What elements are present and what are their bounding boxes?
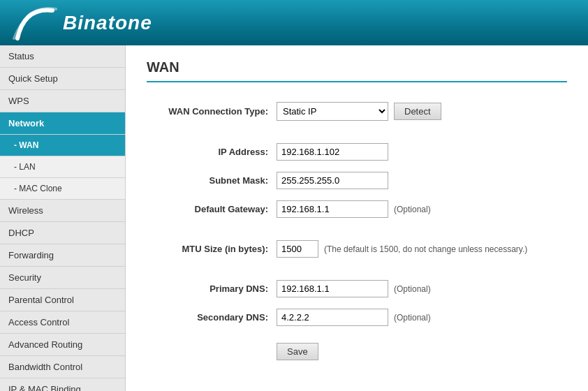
sidebar-item-quick-setup[interactable]: Quick Setup	[0, 68, 125, 90]
sidebar-item-wan[interactable]: - WAN	[0, 135, 125, 156]
logo-text: Binatone	[63, 12, 152, 34]
mtu-size-label: MTU Size (in bytes):	[147, 235, 272, 263]
sidebar-item-parental-control[interactable]: Parental Control	[0, 289, 125, 311]
sidebar-item-dhcp[interactable]: DHCP	[0, 222, 125, 244]
sidebar-item-forwarding[interactable]: Forwarding	[0, 244, 125, 267]
sidebar-item-security[interactable]: Security	[0, 267, 125, 289]
sidebar-item-network[interactable]: Network	[0, 112, 125, 135]
secondary-dns-optional: (Optional)	[394, 313, 431, 323]
secondary-dns-label: Secondary DNS:	[147, 303, 272, 332]
primary-dns-label: Primary DNS:	[147, 274, 272, 303]
primary-dns-row: Primary DNS: (Optional)	[147, 274, 567, 303]
mtu-size-cell: (The default is 1500, do not change unle…	[272, 235, 567, 263]
default-gateway-cell: (Optional)	[272, 195, 567, 223]
mtu-size-row: MTU Size (in bytes): (The default is 150…	[147, 235, 567, 263]
wan-form: WAN Connection Type: Static IPDynamic IP…	[147, 96, 567, 366]
sidebar-item-mac-clone[interactable]: - MAC Clone	[0, 178, 125, 200]
wan-connection-type-cell: Static IPDynamic IPPPPoEPPTPL2TP Detect	[272, 96, 567, 126]
primary-dns-optional: (Optional)	[394, 284, 431, 294]
ip-address-label: IP Address:	[147, 138, 272, 166]
wan-connection-type-label: WAN Connection Type:	[147, 96, 272, 126]
default-gateway-row: Default Gateway: (Optional)	[147, 195, 567, 223]
subnet-mask-input[interactable]	[277, 172, 388, 189]
sidebar-item-bandwidth-control[interactable]: Bandwidth Control	[0, 356, 125, 378]
header: Binatone	[0, 0, 588, 45]
default-gateway-optional: (Optional)	[394, 205, 431, 214]
logo-area: Binatone	[10, 3, 152, 42]
content-area: WAN WAN Connection Type: Static IPDynami…	[126, 45, 588, 391]
primary-dns-input[interactable]	[277, 280, 388, 297]
subnet-mask-label: Subnet Mask:	[147, 166, 272, 195]
save-button[interactable]: Save	[277, 343, 318, 360]
sidebar-item-status[interactable]: Status	[0, 45, 125, 68]
sidebar-item-access-control[interactable]: Access Control	[0, 311, 125, 334]
mtu-note: (The default is 1500, do not change unle…	[324, 244, 527, 254]
ip-address-cell	[272, 138, 567, 166]
sidebar-item-advanced-routing[interactable]: Advanced Routing	[0, 334, 125, 356]
primary-dns-cell: (Optional)	[272, 274, 567, 303]
save-row: Save	[147, 332, 567, 366]
wan-connection-type-select[interactable]: Static IPDynamic IPPPPoEPPTPL2TP	[277, 102, 388, 121]
secondary-dns-input[interactable]	[277, 309, 388, 326]
save-cell: Save	[147, 332, 567, 366]
main-layout: StatusQuick SetupWPSNetwork- WAN- LAN- M…	[0, 45, 588, 391]
page-title: WAN	[147, 59, 567, 82]
mtu-size-input[interactable]	[277, 240, 318, 258]
ip-address-row: IP Address:	[147, 138, 567, 166]
secondary-dns-row: Secondary DNS: (Optional)	[147, 303, 567, 332]
subnet-mask-cell	[272, 166, 567, 195]
sidebar-item-wireless[interactable]: Wireless	[0, 200, 125, 222]
sidebar-item-ip-mac-binding[interactable]: IP & MAC Binding	[0, 378, 125, 391]
ip-address-input[interactable]	[277, 143, 388, 161]
secondary-dns-cell: (Optional)	[272, 303, 567, 332]
sidebar: StatusQuick SetupWPSNetwork- WAN- LAN- M…	[0, 45, 126, 391]
sidebar-item-lan[interactable]: - LAN	[0, 156, 125, 178]
subnet-mask-row: Subnet Mask:	[147, 166, 567, 195]
default-gateway-label: Default Gateway:	[147, 195, 272, 223]
detect-button[interactable]: Detect	[394, 103, 441, 120]
default-gateway-input[interactable]	[277, 200, 388, 218]
sidebar-item-wps[interactable]: WPS	[0, 90, 125, 112]
wan-connection-type-row: WAN Connection Type: Static IPDynamic IP…	[147, 96, 567, 126]
